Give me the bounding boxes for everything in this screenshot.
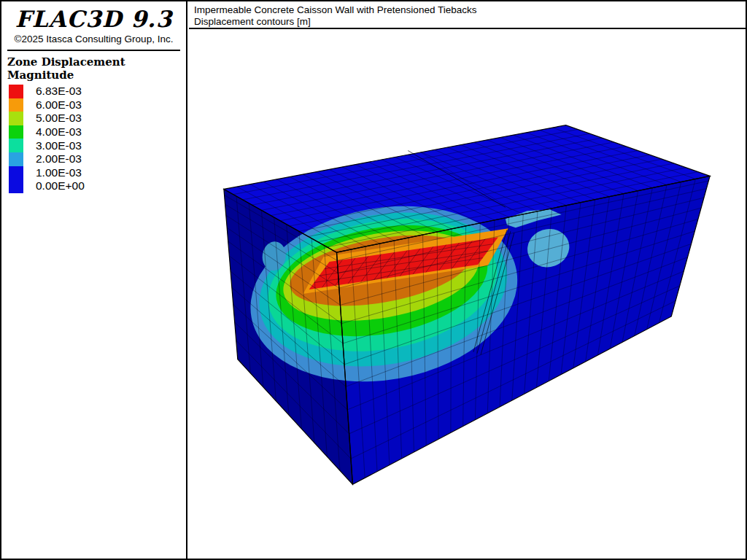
legend-swatch — [9, 179, 23, 193]
plot-title-line1: Impermeable Concrete Caisson Wall with P… — [194, 4, 746, 16]
legend-color-scale: 6.83E-036.00E-035.00E-034.00E-033.00E-03… — [9, 85, 186, 193]
legend-row: 0.00E+00 — [9, 179, 186, 193]
legend-row: 5.00E-03 — [9, 112, 186, 125]
legend-value: 0.00E+00 — [36, 179, 85, 192]
legend-value: 6.00E-03 — [36, 98, 82, 112]
legend-value: 5.00E-03 — [36, 112, 82, 125]
legend-row: 4.00E-03 — [9, 125, 186, 139]
model-3d-scene[interactable] — [189, 31, 746, 559]
legend-swatch — [9, 98, 23, 112]
viewport-3d[interactable] — [189, 31, 746, 559]
legend-value: 2.00E-03 — [36, 152, 82, 166]
legend-swatch — [9, 112, 23, 125]
legend-value: 6.83E-03 — [36, 85, 82, 98]
sidebar: FLAC3D 9.3 ©2025 Itasca Consulting Group… — [1, 1, 187, 559]
legend-row: 1.00E-03 — [9, 166, 186, 180]
legend-swatch — [9, 85, 23, 98]
legend-row: 2.00E-03 — [9, 152, 186, 166]
logo: FLAC3D 9.3 ©2025 Itasca Consulting Group… — [1, 1, 186, 44]
legend-swatch — [9, 139, 23, 152]
logo-title: FLAC3D 9.3 — [1, 6, 186, 32]
legend-swatch — [9, 166, 23, 180]
legend-row: 6.83E-03 — [9, 85, 186, 98]
legend-row: 3.00E-03 — [9, 139, 186, 152]
legend-title: Zone Displacement Magnitude — [7, 55, 186, 82]
plot-title-line2: Displacement contours [m] — [194, 16, 746, 28]
legend-value: 3.00E-03 — [36, 139, 82, 152]
legend-swatch — [9, 152, 23, 166]
legend-value: 1.00E-03 — [36, 166, 82, 179]
app-window: FLAC3D 9.3 ©2025 Itasca Consulting Group… — [0, 0, 747, 560]
legend-swatch — [9, 125, 23, 139]
logo-copyright: ©2025 Itasca Consulting Group, Inc. — [1, 34, 186, 44]
legend: Zone Displacement Magnitude 6.83E-036.00… — [1, 55, 186, 193]
plot-title-bar: Impermeable Concrete Caisson Wall with P… — [189, 1, 746, 29]
logo-divider — [7, 50, 180, 51]
legend-value: 4.00E-03 — [36, 125, 82, 139]
legend-row: 6.00E-03 — [9, 98, 186, 112]
